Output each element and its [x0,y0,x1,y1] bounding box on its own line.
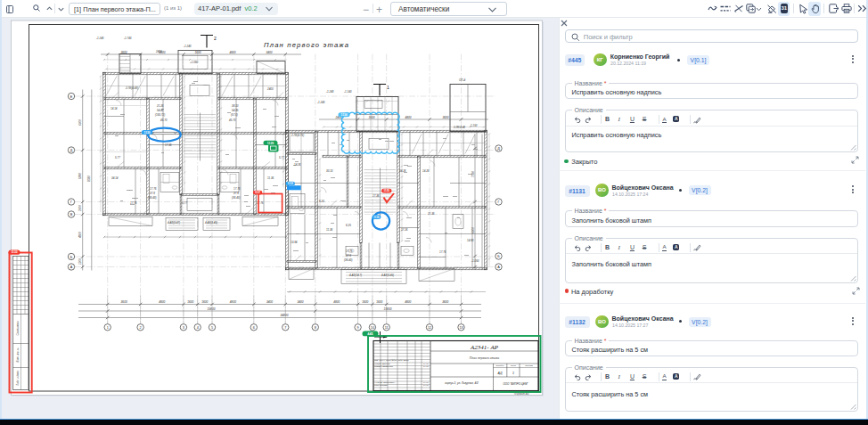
svg-text:корпус 2, ул. Лазурная, 4/2: корпус 2, ул. Лазурная, 4/2 [445,381,479,385]
svg-text:17.73: 17.73 [423,362,429,364]
svg-text:1600: 1600 [187,300,193,304]
svg-text:3: 3 [183,325,184,329]
svg-text:19800: 19800 [208,306,216,310]
svg-text:14.80: 14.80 [467,238,474,241]
svg-text:11.36: 11.36 [267,176,274,179]
svg-text:4.АЗ(3.45): 4.АЗ(3.45) [381,273,394,276]
svg-text:4.АЗ(14.7): 4.АЗ(14.7) [349,273,362,276]
svg-text:45.70: 45.70 [229,118,236,121]
svg-text:17.26: 17.26 [401,227,408,231]
svg-text:Взам. инв. №: Взам. инв. № [16,347,20,362]
svg-text:12: 12 [428,325,431,329]
svg-text:АД: АД [497,371,503,374]
svg-text:-1.240: -1.240 [184,44,192,47]
svg-text:Лист: Лист [510,364,516,367]
svg-text:38.10: 38.10 [232,103,239,107]
svg-text:13: 13 [459,325,463,329]
svg-text:(36.43): (36.43) [344,257,353,261]
svg-text:30.10: 30.10 [326,168,333,172]
svg-text:Изм. Кол.уч. Лист №док. Подп: Изм. Кол.уч. Лист №док. Подп. Дата [374,358,409,360]
svg-text:7: 7 [284,325,286,329]
svg-text:1600: 1600 [194,50,201,53]
svg-text:(36.43): (36.43) [148,195,157,199]
svg-text:Е: Е [70,94,73,98]
svg-text:Разраб. Дойщев: Разраб. Дойщев [374,362,390,364]
svg-text:2.ЛК(4.76): 2.ЛК(4.76) [291,133,304,136]
svg-text:В: В [70,213,73,217]
svg-text:2400: 2400 [155,49,162,53]
svg-text:17.36: 17.36 [373,193,380,197]
svg-text:3600: 3600 [442,115,448,119]
svg-text:6.25: 6.25 [346,223,351,226]
svg-text:А2341- АР: А2341- АР [470,343,499,350]
svg-text:4800: 4800 [159,300,165,304]
svg-text:1129: 1129 [267,141,274,144]
svg-text:45.70: 45.70 [160,118,168,121]
svg-text:4.АЗ(3.47): 4.АЗ(3.47) [168,220,180,224]
svg-text:Провер. Воробьева: Провер. Воробьева [374,365,393,367]
svg-text:+1.060: +1.060 [190,60,199,63]
svg-text:Д: Д [497,147,500,151]
svg-text:10: 10 [371,325,374,329]
svg-text:17.73: 17.73 [423,380,429,382]
svg-text:2000: 2000 [78,204,82,211]
svg-text:А: А [497,266,500,269]
svg-text:11: 11 [385,325,389,329]
svg-text:3400: 3400 [266,50,272,53]
svg-text:3600: 3600 [442,300,448,304]
svg-text:5: 5 [211,325,213,329]
svg-text:6.25: 6.25 [319,199,324,202]
svg-text:1600: 1600 [201,300,208,304]
svg-text:17.36: 17.36 [165,143,172,146]
svg-text:1133: 1133 [11,250,17,254]
svg-text:1136: 1136 [373,215,380,218]
svg-text:План первого этажа: План первого этажа [264,41,349,49]
svg-text:5990: 5990 [78,172,82,178]
svg-text:14.14: 14.14 [111,106,118,110]
svg-text:34.14: 34.14 [111,176,119,179]
svg-text:1: 1 [107,325,109,329]
svg-text:4800: 4800 [230,300,236,304]
svg-text:37.8: 37.8 [150,191,155,194]
svg-text:6000: 6000 [471,226,475,233]
svg-text:34.26: 34.26 [399,168,406,172]
svg-text:1: 1 [512,371,514,374]
svg-text:445: 445 [367,331,373,335]
svg-text:-1.150: -1.150 [470,123,478,127]
svg-text:2.ЛК(4.48): 2.ЛК(4.48) [125,86,138,89]
svg-text:Согласовано: Согласовано [16,321,20,335]
svg-text:3400: 3400 [266,300,273,304]
svg-text:Н.контр. Войцехович: Н.контр. Войцехович [374,380,396,382]
svg-text:4: 4 [197,325,199,329]
svg-text:Утв. Петров: Утв. Петров [374,384,388,386]
svg-text:4800: 4800 [333,300,340,304]
svg-text:-1.050: -1.050 [471,258,479,262]
svg-text:4800: 4800 [405,300,411,304]
svg-text:6000: 6000 [78,119,82,125]
svg-text:17.76: 17.76 [150,186,157,190]
svg-text:17.76: 17.76 [130,200,137,204]
svg-text:-1.240: -1.240 [96,36,104,39]
svg-text:Подп. и дата: Подп. и дата [16,370,20,385]
svg-text:1133: 1133 [288,182,294,185]
svg-text:1137: 1137 [255,191,261,194]
svg-text:1: 1 [387,84,389,89]
svg-text:-1.143: -1.143 [344,89,352,93]
svg-text:А: А [70,266,73,269]
svg-text:5.77: 5.77 [279,155,284,159]
svg-text:(163.72): (163.72) [155,112,165,116]
svg-text:-1.240: -1.240 [317,100,325,103]
svg-text:4800: 4800 [405,115,411,119]
svg-text:3400: 3400 [298,300,304,304]
svg-text:14.26: 14.26 [294,162,301,166]
svg-text:2: 2 [140,325,142,329]
svg-text:3600: 3600 [121,300,127,304]
svg-text:План первого этажа: План первого этажа [470,356,499,360]
svg-text:8: 8 [315,325,316,329]
svg-text:-1.743: -1.743 [124,36,132,39]
svg-text:17.76: 17.76 [439,249,446,253]
svg-text:2: 2 [214,35,217,40]
svg-text:34800: 34800 [281,314,289,317]
svg-text:17.76: 17.76 [346,249,353,252]
svg-text:2400: 2400 [266,86,274,90]
